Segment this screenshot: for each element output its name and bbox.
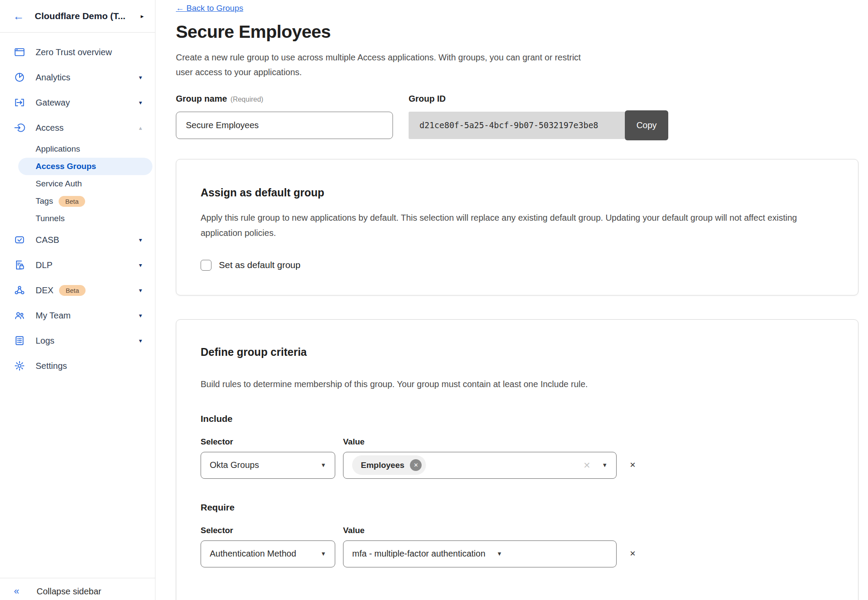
include-rule-row: Okta Groups ▼ Employees ✕ ✕ ▼ ✕ bbox=[201, 452, 834, 479]
back-arrow-icon[interactable]: ← bbox=[13, 10, 24, 22]
sidebar-item-label: Analytics bbox=[36, 73, 70, 83]
sidebar-item-tags[interactable]: Tags Beta bbox=[18, 192, 152, 210]
sidebar-item-my-team[interactable]: My Team ▾ bbox=[0, 303, 155, 328]
require-value-label: Value bbox=[343, 526, 365, 535]
group-id-value: d21ce80f-5a25-4bcf-9b07-5032197e3be8 bbox=[409, 112, 625, 139]
page-title: Secure Employees bbox=[176, 22, 858, 42]
set-default-group-checkbox-row[interactable]: Set as default group bbox=[201, 260, 834, 271]
group-id-assembly: d21ce80f-5a25-4bcf-9b07-5032197e3be8 Cop… bbox=[409, 112, 668, 139]
group-id-label: Group ID bbox=[409, 94, 668, 104]
sidebar-item-label: Settings bbox=[36, 361, 67, 371]
include-selector-value: Okta Groups bbox=[210, 460, 259, 470]
sidebar-item-dex[interactable]: DEX Beta ▾ bbox=[0, 278, 155, 303]
chevron-down-icon[interactable]: ▾ bbox=[139, 287, 142, 294]
include-value-multiselect[interactable]: Employees ✕ ✕ ▼ bbox=[343, 452, 617, 479]
require-heading: Require bbox=[201, 502, 834, 513]
sidebar-item-zero-trust-overview[interactable]: Zero Trust overview bbox=[0, 40, 155, 65]
chevron-down-icon[interactable]: ▾ bbox=[139, 236, 142, 243]
sidebar-item-label: Zero Trust overview bbox=[36, 47, 112, 57]
require-selector-value: Authentication Method bbox=[210, 549, 296, 559]
remove-require-rule-icon[interactable]: ✕ bbox=[630, 549, 636, 558]
group-name-label: Group name bbox=[176, 94, 227, 103]
sidebar-item-label: Access bbox=[36, 123, 63, 133]
sidebar-nav: Zero Trust overview Analytics ▾ Gateway … bbox=[0, 33, 155, 378]
group-name-field-group: Group name(Required) bbox=[176, 94, 393, 139]
chevron-down-icon[interactable]: ▾ bbox=[139, 337, 142, 344]
include-value-label: Value bbox=[343, 437, 365, 447]
sidebar-item-label: Logs bbox=[36, 336, 54, 346]
require-labels-row: Selector Value bbox=[201, 526, 834, 535]
sidebar-item-label: Service Auth bbox=[36, 179, 82, 189]
sidebar-header: ← Cloudflare Demo (T... ▸ bbox=[0, 0, 155, 33]
criteria-description: Build rules to determine membership of t… bbox=[201, 377, 822, 392]
casb-check-icon bbox=[13, 234, 26, 245]
gateway-icon bbox=[13, 97, 26, 108]
remove-chip-icon[interactable]: ✕ bbox=[410, 459, 422, 471]
sidebar-item-gateway[interactable]: Gateway ▾ bbox=[0, 90, 155, 115]
sidebar-item-casb[interactable]: CASB ▾ bbox=[0, 227, 155, 252]
sidebar-item-label: Tunnels bbox=[36, 214, 65, 223]
sidebar-item-label: Gateway bbox=[36, 98, 70, 108]
sidebar-item-label: Applications bbox=[36, 144, 80, 154]
chevron-down-icon: ▼ bbox=[320, 550, 326, 557]
sidebar-item-label: Tags bbox=[36, 196, 53, 206]
group-identity-row: Group name(Required) Group ID d21ce80f-5… bbox=[176, 94, 858, 139]
chevron-down-icon: ▼ bbox=[497, 550, 502, 557]
logs-list-icon bbox=[13, 335, 26, 346]
beta-badge: Beta bbox=[59, 196, 85, 207]
beta-badge: Beta bbox=[59, 285, 86, 296]
dlp-document-lock-icon bbox=[13, 259, 26, 271]
collapse-chevrons-icon: « bbox=[14, 586, 19, 597]
sidebar-item-label: DEX bbox=[36, 285, 53, 295]
criteria-heading: Define group criteria bbox=[201, 346, 834, 358]
sidebar-item-settings[interactable]: Settings bbox=[0, 353, 155, 378]
sidebar-item-service-auth[interactable]: Service Auth bbox=[18, 175, 152, 192]
require-selector-label: Selector bbox=[201, 526, 343, 535]
default-group-card: Assign as default group Apply this rule … bbox=[176, 159, 858, 295]
gear-icon bbox=[13, 360, 26, 371]
group-id-field-group: Group ID d21ce80f-5a25-4bcf-9b07-5032197… bbox=[409, 94, 668, 139]
sidebar-item-applications[interactable]: Applications bbox=[18, 140, 152, 158]
default-group-heading: Assign as default group bbox=[201, 186, 834, 199]
group-name-input[interactable] bbox=[176, 112, 393, 139]
sidebar-item-analytics[interactable]: Analytics ▾ bbox=[0, 65, 155, 90]
group-name-label-row: Group name(Required) bbox=[176, 94, 393, 104]
sidebar-item-label: CASB bbox=[36, 235, 59, 245]
require-value-selected: mfa - multiple-factor authentication bbox=[352, 549, 485, 559]
include-selector-label: Selector bbox=[201, 437, 343, 447]
include-labels-row: Selector Value bbox=[201, 437, 834, 447]
criteria-card: Define group criteria Build rules to det… bbox=[176, 319, 858, 600]
chevron-down-icon[interactable]: ▾ bbox=[139, 99, 142, 106]
copy-button[interactable]: Copy bbox=[625, 110, 668, 140]
sidebar-item-dlp[interactable]: DLP ▾ bbox=[0, 252, 155, 278]
sidebar-item-tunnels[interactable]: Tunnels bbox=[18, 210, 152, 227]
sidebar-item-access-groups[interactable]: Access Groups bbox=[18, 158, 152, 175]
chevron-down-icon[interactable]: ▾ bbox=[139, 74, 142, 81]
chevron-up-icon[interactable]: ▴ bbox=[139, 124, 142, 131]
sidebar-item-label: Access Groups bbox=[36, 162, 96, 171]
require-rule-row: Authentication Method ▼ mfa - multiple-f… bbox=[201, 540, 834, 567]
remove-include-rule-icon[interactable]: ✕ bbox=[630, 461, 636, 470]
back-to-groups-link[interactable]: ← Back to Groups bbox=[176, 3, 243, 13]
chevron-down-icon[interactable]: ▾ bbox=[139, 312, 142, 319]
dex-network-icon bbox=[13, 285, 26, 296]
employees-chip-label: Employees bbox=[361, 461, 404, 470]
chevron-down-icon: ▼ bbox=[320, 462, 326, 468]
sidebar-item-access[interactable]: Access ▴ bbox=[0, 115, 155, 140]
access-login-icon bbox=[13, 122, 26, 133]
collapse-sidebar-button[interactable]: « Collapse sidebar bbox=[0, 578, 155, 600]
chevron-down-icon[interactable]: ▾ bbox=[139, 262, 142, 269]
account-name[interactable]: Cloudflare Demo (T... bbox=[35, 11, 125, 21]
page-intro: Create a new rule group to use across mu… bbox=[176, 50, 599, 80]
include-selector-dropdown[interactable]: Okta Groups ▼ bbox=[201, 452, 335, 479]
chevron-right-icon[interactable]: ▸ bbox=[141, 13, 144, 20]
require-value-dropdown[interactable]: mfa - multiple-factor authentication ▼ bbox=[343, 540, 617, 567]
set-default-group-checkbox[interactable] bbox=[201, 260, 211, 271]
sidebar-item-logs[interactable]: Logs ▾ bbox=[0, 328, 155, 353]
sidebar-item-label: My Team bbox=[36, 311, 71, 321]
overview-window-icon bbox=[13, 46, 26, 58]
analytics-pie-icon bbox=[13, 72, 26, 83]
main-content: ← Back to Groups Secure Employees Create… bbox=[155, 0, 868, 600]
clear-values-icon[interactable]: ✕ bbox=[583, 460, 591, 471]
require-selector-dropdown[interactable]: Authentication Method ▼ bbox=[201, 540, 335, 567]
